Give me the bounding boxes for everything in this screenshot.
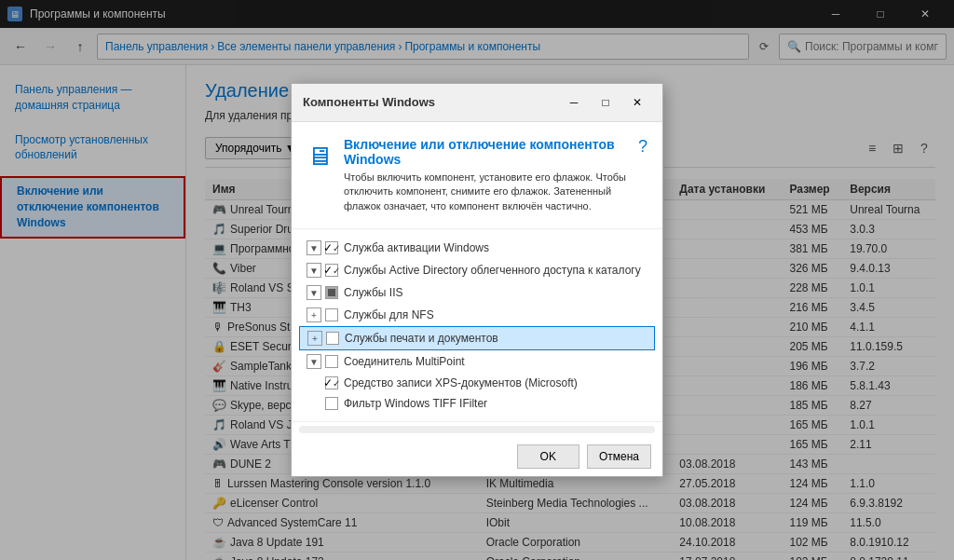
component-expand-btn[interactable]: ▼ bbox=[307, 285, 321, 300]
dialog-scrollbar[interactable] bbox=[299, 426, 655, 433]
component-label: Фильтр Windows TIFF IFilter bbox=[344, 397, 487, 410]
dialog-footer: OK Отмена bbox=[292, 437, 662, 476]
component-label: Соединитель MultiPoint bbox=[344, 355, 465, 368]
component-label: Средство записи XPS-документов (Microsof… bbox=[344, 376, 578, 389]
component-label: Служба активации Windows bbox=[344, 241, 489, 254]
dialog-help-icon[interactable]: ? bbox=[638, 137, 647, 157]
component-expand-btn[interactable]: ▼ bbox=[307, 263, 321, 278]
dialog-close-btn[interactable]: ✕ bbox=[623, 91, 651, 114]
dialog-minimize-btn[interactable]: ─ bbox=[560, 91, 588, 114]
dialog-header-icon: 🖥 bbox=[307, 141, 333, 171]
dialog-title: Компоненты Windows bbox=[303, 95, 435, 109]
dialog-window-controls: ─ □ ✕ bbox=[560, 91, 651, 114]
component-item[interactable]: ▼ ✓ Службы Active Directory облегченного… bbox=[299, 259, 655, 281]
component-label: Службы печати и документов bbox=[345, 332, 498, 345]
component-item[interactable]: + Службы для NFS bbox=[299, 304, 655, 326]
component-checkbox[interactable] bbox=[325, 397, 338, 410]
component-checkbox[interactable] bbox=[325, 355, 338, 368]
dialog-header: 🖥 Включение или отключение компонентов W… bbox=[292, 122, 662, 229]
component-expand-btn[interactable]: ▼ bbox=[307, 354, 321, 369]
components-list: ▼ ✓ Служба активации Windows ▼ ✓ Службы … bbox=[292, 229, 662, 422]
component-checkbox[interactable]: ✓ bbox=[325, 376, 338, 389]
component-item[interactable]: ▼ Службы IIS bbox=[299, 281, 655, 304]
component-expand-btn[interactable]: + bbox=[307, 307, 321, 322]
component-item[interactable]: ✓ Средство записи XPS-документов (Micros… bbox=[299, 373, 655, 393]
component-checkbox[interactable] bbox=[326, 332, 339, 345]
component-checkbox[interactable]: ✓ bbox=[325, 241, 338, 254]
dialog-header-description: Чтобы включить компонент, установите его… bbox=[344, 171, 627, 213]
dialog-maximize-btn[interactable]: □ bbox=[592, 91, 620, 114]
component-item[interactable]: + Службы печати и документов bbox=[299, 326, 655, 350]
component-label: Службы Active Directory облегченного дос… bbox=[344, 264, 641, 277]
dialog-header-title: Включение или отключение компонентов Win… bbox=[344, 137, 627, 167]
component-item[interactable]: ▼ Соединитель MultiPoint bbox=[299, 350, 655, 373]
component-checkbox[interactable]: ✓ bbox=[325, 264, 338, 277]
dialog-buttons: OK Отмена bbox=[517, 444, 651, 469]
component-checkbox[interactable] bbox=[325, 308, 338, 321]
component-checkbox[interactable] bbox=[325, 286, 338, 299]
component-item[interactable]: ▼ ✓ Служба активации Windows bbox=[299, 237, 655, 259]
dialog-titlebar: Компоненты Windows ─ □ ✕ bbox=[292, 84, 662, 122]
dialog-overlay: Компоненты Windows ─ □ ✕ 🖥 Включение или… bbox=[0, 0, 954, 560]
component-expand-btn[interactable]: + bbox=[307, 331, 322, 346]
component-item[interactable]: Фильтр Windows TIFF IFilter bbox=[299, 393, 655, 414]
windows-components-dialog: Компоненты Windows ─ □ ✕ 🖥 Включение или… bbox=[291, 83, 663, 477]
component-label: Службы для NFS bbox=[344, 308, 434, 321]
dialog-header-text: Включение или отключение компонентов Win… bbox=[344, 137, 627, 213]
cancel-button[interactable]: Отмена bbox=[587, 444, 651, 469]
component-expand-btn[interactable]: ▼ bbox=[307, 240, 321, 255]
ok-button[interactable]: OK bbox=[517, 444, 579, 469]
component-label: Службы IIS bbox=[344, 286, 402, 299]
